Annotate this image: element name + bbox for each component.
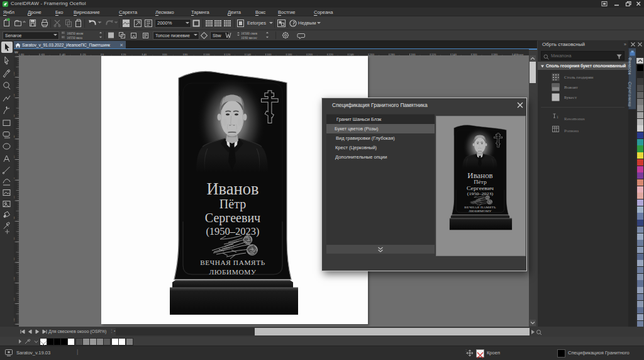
svg-text:100: 100 — [14, 72, 15, 76]
svg-text:-20: -20 — [14, 196, 15, 200]
svg-text:60: 60 — [14, 115, 15, 117]
svg-text:-60: -60 — [14, 237, 15, 241]
svg-text:20: 20 — [14, 155, 15, 158]
svg-text:Ропюна: Ропюна — [564, 128, 579, 133]
svg-text:Resomonus: Resomonus — [564, 116, 585, 121]
svg-text:-140: -140 — [14, 318, 15, 323]
svg-text:40: 40 — [14, 135, 15, 138]
svg-text:1030 месес: 1030 месес — [241, 36, 258, 40]
svg-text:-100: -100 — [14, 277, 15, 282]
svg-text:Букест: Букест — [564, 95, 577, 100]
svg-text:Вовоит: Вовоит — [564, 85, 578, 90]
svg-text:16500 смев: 16500 смев — [241, 31, 257, 35]
svg-text:80: 80 — [14, 94, 15, 96]
svg-text:-120: -120 — [14, 298, 15, 303]
svg-text:-40: -40 — [14, 217, 15, 220]
svg-text:16050 изом: 16050 изом — [67, 31, 84, 35]
svg-text:0: 0 — [14, 177, 15, 179]
svg-text:16550 вкза: 16550 вкза — [67, 36, 82, 40]
svg-text:-80: -80 — [14, 257, 15, 261]
svg-text:1: 1 — [557, 115, 558, 119]
svg-text:Столь геодерин: Столь геодерин — [564, 75, 593, 80]
